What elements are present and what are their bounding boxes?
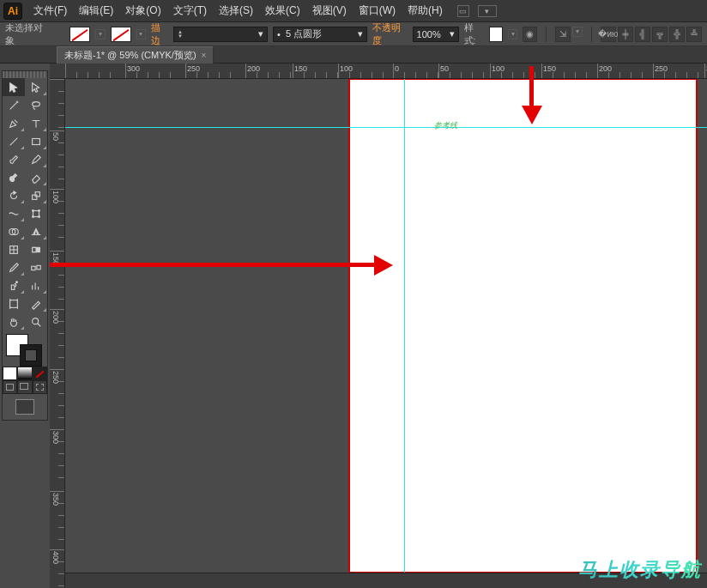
slice-tool[interactable]: [25, 294, 47, 312]
separator: [591, 27, 592, 42]
svg-point-6: [39, 209, 40, 211]
selection-status: 未选择对象: [5, 21, 49, 47]
blob-brush-tool[interactable]: [3, 168, 25, 186]
symbol-sprayer-tool[interactable]: [3, 276, 25, 294]
rotate-tool[interactable]: [3, 186, 25, 204]
align-top-icon[interactable]: ╦: [652, 27, 668, 42]
menu-type[interactable]: 文字(T): [167, 1, 213, 21]
align-left-icon[interactable]: �ию: [601, 27, 616, 42]
stroke-dropdown-icon[interactable]: ▾: [136, 29, 146, 39]
perspective-grid-tool[interactable]: [25, 222, 47, 240]
align-bottom-icon[interactable]: ╩: [686, 27, 702, 42]
width-tool[interactable]: [3, 204, 25, 222]
svg-rect-16: [11, 285, 15, 289]
guide-vertical[interactable]: [404, 79, 405, 573]
panel-grip[interactable]: [3, 71, 47, 78]
svg-rect-14: [32, 266, 35, 270]
document-tabstrip: 未标题-1* @ 59% (CMYK/预览) ×: [0, 46, 707, 64]
svg-rect-4: [33, 210, 39, 216]
stroke-swatch[interactable]: [111, 27, 131, 42]
artboard-tool[interactable]: [3, 294, 25, 312]
hand-tool[interactable]: [3, 312, 25, 330]
menu-extra-panel-icon[interactable]: ▭: [457, 5, 469, 17]
fill-dropdown-icon[interactable]: ▾: [95, 29, 105, 39]
style-dropdown-icon[interactable]: ▾: [508, 29, 517, 39]
color-mode-none[interactable]: [33, 367, 47, 380]
fill-swatch[interactable]: [69, 27, 90, 42]
stroke-weight-field[interactable]: ▲▼ ▾: [173, 27, 268, 42]
free-transform-tool[interactable]: [25, 204, 47, 222]
pencil-tool[interactable]: [25, 150, 47, 168]
ruler-horizontal[interactable]: 300250200150100050100150200250300: [50, 64, 707, 79]
opacity-field[interactable]: 100% ▾: [413, 27, 459, 42]
menu-view[interactable]: 视图(V): [306, 1, 353, 21]
align-middle-icon[interactable]: ╬: [669, 27, 685, 42]
menu-window[interactable]: 窗口(W): [353, 1, 402, 21]
doc-setup-icon[interactable]: ◉: [523, 27, 537, 42]
rectangle-tool[interactable]: [25, 132, 47, 150]
document-tab[interactable]: 未标题-1* @ 59% (CMYK/预览) ×: [57, 46, 214, 64]
align-right-icon[interactable]: ╣: [635, 27, 650, 42]
color-mode-gradient[interactable]: [17, 367, 32, 380]
svg-rect-18: [10, 300, 18, 307]
draw-normal[interactable]: [3, 380, 17, 394]
blend-tool[interactable]: [25, 258, 47, 276]
document-tab-title: 未标题-1* @ 59% (CMYK/预览): [64, 49, 196, 62]
ruler-tick-label: 100: [340, 64, 353, 73]
svg-rect-13: [33, 247, 36, 252]
paintbrush-tool[interactable]: [3, 150, 25, 168]
menu-help[interactable]: 帮助(H): [402, 1, 449, 21]
lasso-tool[interactable]: [25, 96, 47, 114]
guide-horizontal[interactable]: [65, 127, 707, 128]
canvas-viewport[interactable]: 参考线: [65, 79, 707, 573]
screen-mode-button[interactable]: [15, 399, 34, 415]
draw-inside[interactable]: [33, 380, 47, 394]
recolor-icon[interactable]: ⇲: [555, 27, 571, 42]
ruler-tick-label: 200: [599, 64, 612, 73]
fill-stroke-indicator[interactable]: [3, 332, 47, 367]
ruler-tick-label: 50: [440, 64, 449, 73]
shape-builder-tool[interactable]: [3, 222, 25, 240]
eraser-tool[interactable]: [25, 168, 47, 186]
magic-wand-tool[interactable]: [3, 96, 25, 114]
menu-workspace-switcher-icon[interactable]: ▾: [478, 5, 497, 17]
opacity-label[interactable]: 不透明度: [372, 21, 407, 47]
separator: [546, 27, 547, 42]
column-graph-tool[interactable]: [25, 276, 47, 294]
selection-tool[interactable]: [3, 78, 25, 96]
menu-select[interactable]: 选择(S): [213, 1, 259, 21]
gradient-tool[interactable]: [25, 240, 47, 258]
recolor-dropdown-icon[interactable]: ▾: [572, 27, 583, 37]
menu-edit[interactable]: 编辑(E): [73, 1, 119, 21]
scale-tool[interactable]: [25, 186, 47, 204]
ruler-vertical[interactable]: 50100150200250300350400: [50, 79, 65, 588]
color-mode-solid[interactable]: [3, 367, 17, 380]
align-icons: �ию ╪ ╣ ╦ ╬ ╩: [601, 27, 702, 42]
eyedropper-tool[interactable]: [3, 258, 25, 276]
stroke-color-swatch[interactable]: [20, 344, 42, 367]
align-center-icon[interactable]: ╪: [618, 27, 633, 42]
mesh-tool[interactable]: [3, 240, 25, 258]
stroke-label[interactable]: 描边: [151, 21, 168, 47]
type-tool[interactable]: [25, 114, 47, 132]
draw-mode-row: [3, 380, 47, 394]
line-segment-tool[interactable]: [3, 132, 25, 150]
transform-icons: ⇲ ▾: [555, 27, 583, 42]
brush-definition-field[interactable]: • 5 点圆形 ▾: [273, 27, 367, 42]
artboard[interactable]: [349, 79, 697, 573]
pen-tool[interactable]: [3, 114, 25, 132]
svg-point-8: [39, 215, 40, 217]
svg-point-0: [33, 101, 40, 106]
svg-rect-3: [35, 191, 39, 196]
menu-effect[interactable]: 效果(C): [259, 1, 306, 21]
svg-point-5: [33, 209, 34, 211]
direct-selection-tool[interactable]: [25, 78, 47, 96]
menu-file[interactable]: 文件(F): [27, 1, 73, 21]
zoom-tool[interactable]: [25, 312, 47, 330]
draw-behind[interactable]: [17, 380, 32, 394]
menu-object[interactable]: 对象(O): [119, 1, 166, 21]
ruler-tick-label: 200: [247, 64, 260, 73]
svg-rect-1: [33, 138, 40, 144]
close-icon[interactable]: ×: [202, 51, 207, 60]
style-swatch[interactable]: [489, 27, 504, 42]
